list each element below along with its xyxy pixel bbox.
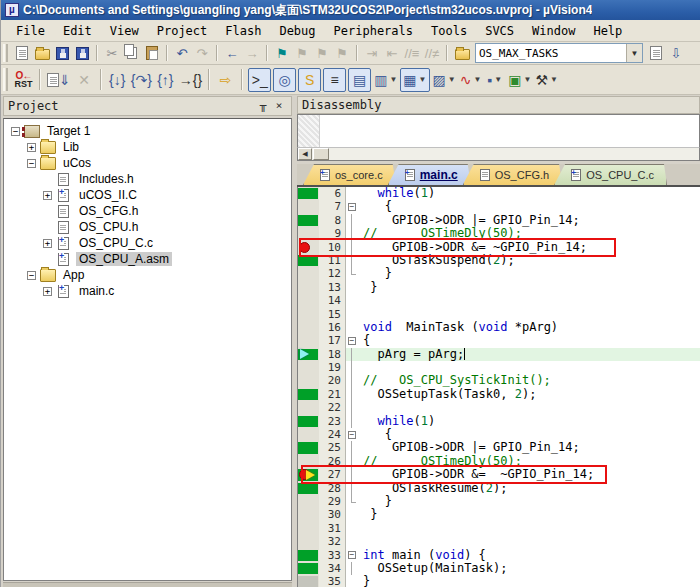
code-line-17[interactable]: 17−{ (298, 334, 700, 347)
find-in-files-button[interactable] (452, 43, 472, 63)
code-text[interactable] (359, 308, 700, 321)
code-text[interactable]: GPIOB->ODR |= GPIO_Pin_14; (359, 214, 700, 227)
navigate-forward-button[interactable]: → (242, 43, 262, 63)
scrollbar-thumb[interactable] (313, 148, 329, 160)
symbol-window-button[interactable]: S (298, 68, 321, 92)
code-line-20[interactable]: 20// OS_CPU_SysTickInit(); (298, 374, 700, 387)
open-file-button[interactable] (32, 43, 52, 63)
chevron-down-icon[interactable]: ▼ (626, 44, 642, 62)
run-button[interactable]: ⇓ (45, 68, 73, 92)
call-stack-window-button[interactable]: ▤ (348, 68, 371, 92)
pin-icon[interactable]: ╥ (255, 99, 271, 113)
fold-collapse-icon[interactable]: − (348, 337, 356, 345)
expand-icon[interactable]: + (43, 239, 52, 248)
gutter-marker[interactable] (298, 294, 319, 307)
code-line-11[interactable]: 11 OSTaskSuspend(2); (298, 254, 700, 267)
gutter-marker[interactable] (298, 187, 319, 200)
menu-edit[interactable]: Edit (54, 22, 101, 40)
code-text[interactable] (359, 361, 700, 374)
collapse-icon[interactable]: − (27, 159, 36, 168)
menu-window[interactable]: Window (523, 22, 584, 40)
redo-button[interactable]: ↷ (192, 43, 212, 63)
gutter-marker[interactable] (298, 549, 319, 562)
fold-collapse-icon[interactable]: − (348, 431, 356, 439)
menu-file[interactable]: File (7, 22, 54, 40)
code-text[interactable]: OSSetup(MainTask); (359, 562, 700, 575)
code-text[interactable]: } (359, 495, 700, 508)
fold-collapse-icon[interactable]: − (348, 551, 356, 559)
watch-window-button[interactable]: ▥▼ (372, 68, 399, 92)
code-line-7[interactable]: 7− { (298, 200, 700, 213)
code-line-10[interactable]: 10 GPIOB->ODR &= ~GPIO_Pin_14; (298, 241, 700, 254)
code-text[interactable]: // OSTimeDly(50); (359, 455, 700, 468)
code-text[interactable]: int main (void) { (359, 549, 700, 562)
code-text[interactable]: GPIOB->ODR &= ~GPIO_Pin_14; (359, 468, 700, 481)
cut-button[interactable]: ✂ (102, 43, 122, 63)
uncomment-button[interactable]: //≠ (422, 43, 442, 63)
code-text[interactable]: OSTaskResume(2); (359, 482, 700, 495)
comment-button[interactable]: //≡ (402, 43, 422, 63)
menu-tools[interactable]: Tools (422, 22, 476, 40)
navigate-back-button[interactable]: ← (222, 43, 242, 63)
code-line-28[interactable]: 28 OSTaskResume(2); (298, 482, 700, 495)
code-text[interactable]: GPIOB->ODR |= GPIO_Pin_14; (359, 441, 700, 454)
run-to-cursor-button[interactable]: →{} (177, 68, 204, 92)
code-line-34[interactable]: 34 OSSetup(MainTask); (298, 562, 700, 575)
code-text[interactable]: OSTaskSuspend(2); (359, 254, 700, 267)
gutter-marker[interactable] (298, 522, 319, 535)
unindent-button[interactable]: ⇤ (382, 43, 402, 63)
trace-window-button[interactable]: ▪▼ (483, 68, 506, 92)
code-text[interactable]: // OSTimeDly(50); (359, 227, 700, 240)
tree-item-ucos[interactable]: −uCos (8, 155, 291, 171)
breakpoint-icon[interactable] (299, 242, 310, 253)
system-viewer-button[interactable]: ▣▼ (506, 68, 533, 92)
code-text[interactable]: GPIOB->ODR &= ~GPIO_Pin_14; (359, 241, 700, 254)
find-combobox[interactable]: ▼ (475, 43, 643, 63)
disassembly-hscrollbar[interactable]: ◀ (297, 147, 700, 161)
clear-bookmarks-button[interactable]: ⚑ (332, 43, 352, 63)
step-out-button[interactable]: {↑} (154, 68, 177, 92)
code-line-27[interactable]: 27 GPIOB->ODR &= ~GPIO_Pin_14; (298, 468, 700, 481)
gutter-marker[interactable] (298, 308, 319, 321)
undo-button[interactable]: ↶ (172, 43, 192, 63)
gutter-marker[interactable] (298, 562, 319, 575)
gutter-marker[interactable] (298, 361, 319, 374)
collapse-icon[interactable]: − (11, 127, 20, 136)
next-bookmark-button[interactable]: ⚑ (312, 43, 332, 63)
code-text[interactable]: void MainTask (void *pArg) (359, 321, 700, 334)
gutter-marker[interactable] (298, 508, 319, 521)
gutter-marker[interactable] (298, 200, 319, 213)
save-all-button[interactable] (72, 43, 92, 63)
tree-item-app[interactable]: −App (8, 267, 291, 283)
code-text[interactable] (359, 401, 700, 414)
gutter-marker[interactable] (298, 214, 319, 227)
gutter-marker[interactable] (298, 495, 319, 508)
gutter-marker[interactable] (298, 334, 319, 347)
tab-os-core-c[interactable]: os_core.c (303, 164, 396, 185)
code-line-13[interactable]: 13 } (298, 281, 700, 294)
code-line-8[interactable]: 8 GPIOB->ODR |= GPIO_Pin_14; (298, 214, 700, 227)
code-text[interactable] (359, 535, 700, 548)
fold-collapse-icon[interactable]: − (348, 203, 356, 211)
menu-peripherals[interactable]: Peripherals (325, 22, 422, 40)
code-line-21[interactable]: 21 OSSetupTask(Task0, 2); (298, 388, 700, 401)
tree-item-ucos-ii-c[interactable]: +uCOS_II.C (8, 187, 291, 203)
gutter-marker[interactable] (298, 241, 319, 254)
code-line-23[interactable]: 23 while(1) (298, 415, 700, 428)
code-text[interactable] (359, 294, 700, 307)
code-line-26[interactable]: 26// OSTimeDly(50); (298, 455, 700, 468)
tree-item-main-c[interactable]: +main.c (8, 283, 291, 299)
code-line-19[interactable]: 19 (298, 361, 700, 374)
tree-item-target-1[interactable]: −Target 1 (8, 123, 291, 139)
registers-window-button[interactable]: ≡ (323, 68, 346, 92)
toolbox-button[interactable]: ⚒▼ (533, 68, 559, 92)
tree-item-os-cpu-h[interactable]: OS_CPU.h (8, 219, 291, 235)
code-text[interactable]: // OS_CPU_SysTickInit(); (359, 374, 700, 387)
gutter-marker[interactable] (298, 267, 319, 280)
incremental-find-button[interactable]: ⇩ (666, 43, 686, 63)
code-text[interactable]: { (359, 428, 700, 441)
gutter-marker[interactable] (298, 401, 319, 414)
tree-item-os-cpu-c-c[interactable]: +OS_CPU_C.c (8, 235, 291, 251)
tree-item-os-cfg-h[interactable]: OS_CFG.h (8, 203, 291, 219)
tab-main-c[interactable]: main.c (388, 164, 471, 185)
